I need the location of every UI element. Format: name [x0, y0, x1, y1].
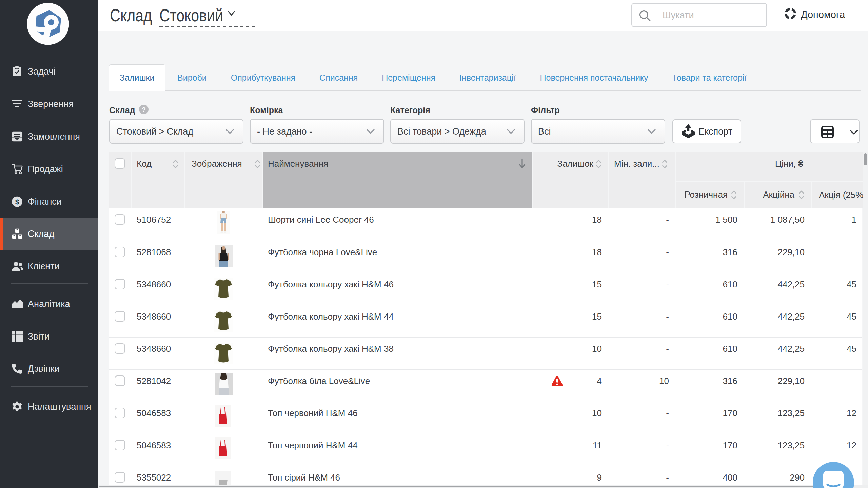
- svg-text:?: ?: [142, 106, 146, 113]
- svg-text:$: $: [15, 198, 19, 206]
